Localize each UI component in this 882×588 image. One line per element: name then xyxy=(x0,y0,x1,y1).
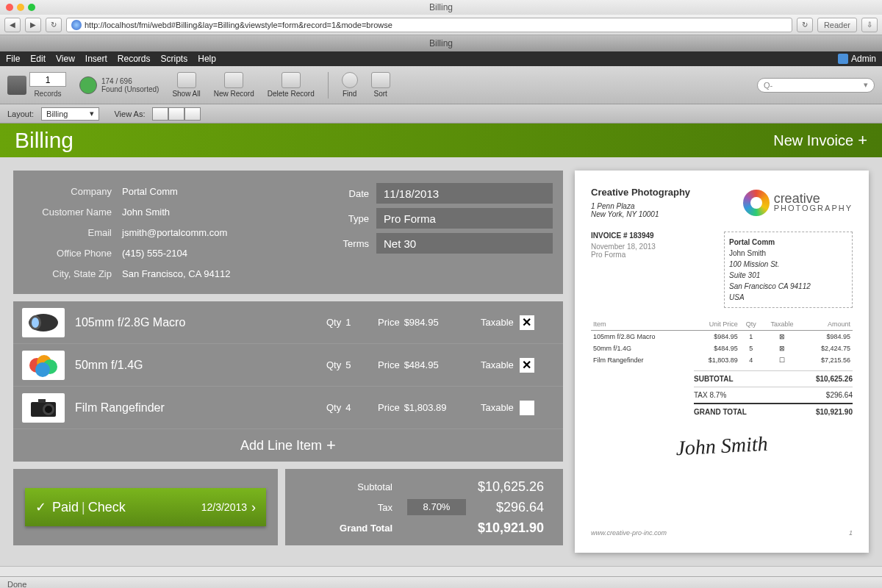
page-title: Billing xyxy=(15,128,74,153)
qty-value[interactable]: 4 xyxy=(345,402,351,413)
content-area: CompanyPortal Comm Customer NameJohn Smi… xyxy=(0,157,882,566)
window-titlebar: Billing xyxy=(0,0,882,15)
url-text: http://localhost/fmi/webd#Billing&lay=Bi… xyxy=(85,21,392,29)
line-item[interactable]: 105mm f/2.8G Macro Qty1 Price$984.95 Tax… xyxy=(13,301,563,344)
view-buttons[interactable] xyxy=(152,107,201,121)
invoice-preview: Creative Photography 1 Penn Plaza New Yo… xyxy=(575,171,869,553)
showall-icon xyxy=(177,72,196,88)
view-list-icon[interactable] xyxy=(168,107,184,121)
product-name: 50mm f/1.4G xyxy=(75,359,326,372)
browser-navbar: ◀ ▶ ↻ http://localhost/fmi/webd#Billing&… xyxy=(0,15,882,35)
menu-scripts[interactable]: Scripts xyxy=(161,54,188,64)
phone-field[interactable]: (415) 555-2104 xyxy=(122,248,187,259)
new-record-button[interactable]: New Record xyxy=(214,72,254,98)
record-status: 174 / 696Found (Unsorted) xyxy=(79,76,159,94)
app-menubar: File Edit View Insert Records Scripts He… xyxy=(0,51,882,66)
menu-records[interactable]: Records xyxy=(118,54,151,64)
back-button[interactable]: ◀ xyxy=(4,18,21,32)
check-icon: ✓ xyxy=(35,499,46,515)
horizontal-scrollbar[interactable] xyxy=(0,566,882,576)
menu-insert[interactable]: Insert xyxy=(85,54,107,64)
find-icon xyxy=(342,72,358,88)
product-name: Film Rangefinder xyxy=(75,401,326,415)
user-badge[interactable]: Admin xyxy=(838,54,876,64)
totals-panel: Subtotal$10,625.26 Tax8.70%$296.64 Grand… xyxy=(285,469,563,545)
view-table-icon[interactable] xyxy=(184,107,201,121)
type-field[interactable]: Pro Forma xyxy=(376,208,553,229)
qty-value[interactable]: 1 xyxy=(345,317,351,328)
svg-point-9 xyxy=(45,406,52,413)
find-button[interactable]: Find xyxy=(342,72,358,98)
svg-point-2 xyxy=(32,318,39,328)
terms-field[interactable]: Net 30 xyxy=(376,233,553,254)
invoice-company: Creative Photography xyxy=(591,187,690,198)
layout-bar: Layout: Billing▾ View As: xyxy=(0,104,882,123)
new-invoice-button[interactable]: New Invoice+ xyxy=(773,131,867,150)
price-value[interactable]: $484.95 xyxy=(404,359,439,370)
aperture-icon xyxy=(743,190,770,216)
globe-icon xyxy=(71,20,82,30)
taxable-checkbox[interactable] xyxy=(520,401,534,415)
browser-tab[interactable]: Billing xyxy=(0,35,882,51)
delete-record-button[interactable]: Delete Record xyxy=(268,72,315,98)
tax-rate-field[interactable]: 8.70% xyxy=(407,499,466,515)
email-field[interactable]: jsmith@portalcomm.com xyxy=(122,227,227,238)
reader-button[interactable]: Reader xyxy=(817,18,857,32)
window-title: Billing xyxy=(429,2,453,12)
product-name: 105mm f/2.8G Macro xyxy=(75,316,326,329)
view-form-icon[interactable] xyxy=(152,107,168,121)
records-label: Records xyxy=(34,90,61,98)
record-number-input[interactable]: 1 xyxy=(29,72,66,87)
invoice-table: ItemUnit PriceQtyTaxableAmount 105mm f/2… xyxy=(591,318,853,366)
reload-button[interactable]: ↻ xyxy=(46,18,62,32)
reload-button-right[interactable]: ↻ xyxy=(797,18,813,32)
customer-name-field[interactable]: John Smith xyxy=(122,207,170,218)
price-value[interactable]: $1,803.89 xyxy=(404,402,447,413)
close-icon[interactable] xyxy=(6,4,13,11)
customer-panel: CompanyPortal Comm Customer NameJohn Smi… xyxy=(13,171,563,294)
price-value[interactable]: $984.95 xyxy=(404,317,439,328)
plus-icon: + xyxy=(858,131,867,150)
line-item[interactable]: 50mm f/1.4G Qty5 Price$484.95 Taxable✕ xyxy=(13,344,563,387)
status-text: Done xyxy=(7,580,26,589)
record-navigator[interactable]: 1 Records xyxy=(7,72,66,98)
payment-status-bar[interactable]: ✓ Paid | Check 12/3/2013 › xyxy=(25,488,266,526)
user-icon xyxy=(838,54,848,64)
tax-value: $296.64 xyxy=(466,500,544,515)
url-bar[interactable]: http://localhost/fmi/webd#Billing&lay=Bi… xyxy=(66,18,792,32)
share-button[interactable]: ⇩ xyxy=(861,18,878,32)
menu-help[interactable]: Help xyxy=(198,54,216,64)
quick-search[interactable]: Q-▾ xyxy=(757,78,875,93)
minimize-icon[interactable] xyxy=(17,4,24,11)
viewas-label: View As: xyxy=(114,110,145,118)
citystate-field[interactable]: San Francisco, CA 94112 xyxy=(122,268,230,279)
newrecord-icon xyxy=(224,72,243,88)
qty-value[interactable]: 5 xyxy=(345,359,351,370)
menu-file[interactable]: File xyxy=(6,54,20,64)
payment-panel: ✓ Paid | Check 12/3/2013 › xyxy=(13,469,278,545)
zoom-icon[interactable] xyxy=(28,4,35,11)
record-book-icon[interactable] xyxy=(7,76,26,95)
invoice-logo: creativePHOTOGRAPHY xyxy=(743,187,853,218)
taxable-checkbox[interactable]: ✕ xyxy=(520,315,534,330)
svg-point-6 xyxy=(35,362,50,377)
sort-button[interactable]: Sort xyxy=(371,72,390,98)
grand-total-value: $10,921.90 xyxy=(466,520,544,536)
menu-view[interactable]: View xyxy=(56,54,75,64)
add-line-item-button[interactable]: Add Line Item+ xyxy=(13,429,563,462)
forward-button[interactable]: ▶ xyxy=(25,18,41,32)
layout-selector[interactable]: Billing▾ xyxy=(41,107,99,121)
product-thumb xyxy=(22,393,65,423)
window-controls[interactable] xyxy=(6,4,35,11)
pie-icon xyxy=(79,76,97,94)
show-all-button[interactable]: Show All xyxy=(172,72,200,98)
menu-edit[interactable]: Edit xyxy=(30,54,46,64)
company-field[interactable]: Portal Comm xyxy=(122,186,178,197)
tab-label: Billing xyxy=(429,38,453,49)
line-item[interactable]: Film Rangefinder Qty4 Price$1,803.89 Tax… xyxy=(13,387,563,429)
paid-method: Check xyxy=(88,500,126,515)
product-thumb xyxy=(22,351,65,380)
layout-label: Layout: xyxy=(7,110,34,118)
taxable-checkbox[interactable]: ✕ xyxy=(520,358,534,373)
date-field[interactable]: 11/18/2013 xyxy=(376,183,553,204)
